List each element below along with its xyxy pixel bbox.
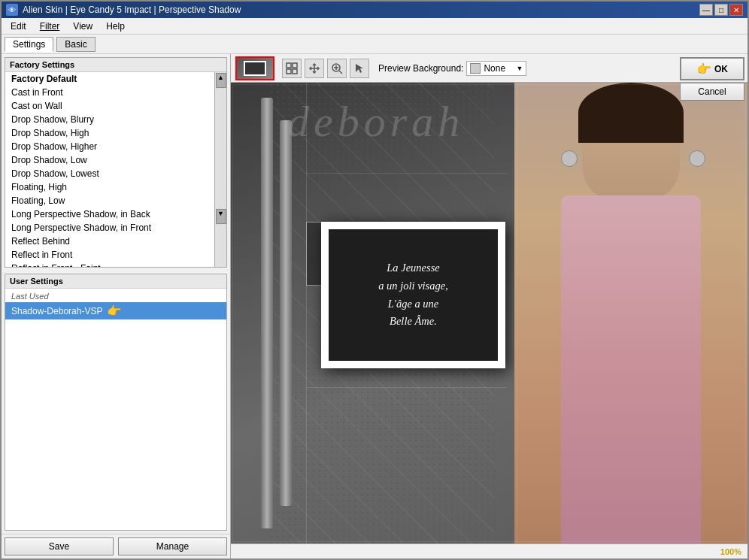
menu-filter[interactable]: Filter	[34, 20, 66, 33]
dress-shape	[561, 195, 701, 543]
title-bar: 👁 Alien Skin | Eye Candy 5 Impact | Pers…	[2, 2, 747, 18]
tab-bar: Settings Basic	[2, 35, 747, 54]
pointer-tool-button[interactable]	[350, 59, 369, 78]
status-bar: 100%	[231, 543, 747, 558]
factory-list-scrollbar[interactable]: ▲ ▼	[214, 72, 226, 267]
factory-settings-section: Factory Settings Factory Default Cast in…	[5, 57, 227, 268]
card-text: La Jeunessea un joli visage,L'âge a uneB…	[374, 255, 453, 336]
tab-basic[interactable]: Basic	[56, 37, 95, 52]
list-item[interactable]: Floating, Low	[5, 194, 214, 207]
menu-edit[interactable]: Edit	[5, 20, 32, 33]
main-content: Factory Settings Factory Default Cast in…	[2, 54, 747, 558]
list-item[interactable]: Drop Shadow, Higher	[5, 140, 214, 153]
user-settings-header: User Settings	[5, 274, 226, 289]
deborah-text: deborah	[287, 96, 464, 147]
user-settings-list: Last Used Shadow-Deborah-VSP 👉	[5, 289, 226, 530]
preview-thumbnail	[235, 56, 274, 80]
woman-figure	[514, 83, 747, 543]
preview-bg-dropdown[interactable]: None ▼	[466, 61, 526, 76]
user-settings-section: User Settings Last Used Shadow-Deborah-V…	[5, 274, 227, 531]
grid-line-h2	[306, 387, 507, 388]
list-item[interactable]: Reflect in Front	[5, 248, 214, 262]
window-controls: — □ ✕	[699, 4, 743, 16]
window-title: Alien Skin | Eye Candy 5 Impact | Perspe…	[23, 5, 241, 15]
list-item[interactable]: Cast on Wall	[5, 99, 214, 113]
factory-settings-header: Factory Settings	[5, 58, 226, 72]
arrow-icon: 👉	[107, 304, 122, 318]
preview-toolbar: Preview Background: None ▼	[231, 54, 747, 83]
list-item[interactable]: Reflect in Front - Faint	[5, 262, 214, 267]
svg-rect-3	[293, 69, 297, 74]
maximize-button[interactable]: □	[714, 4, 728, 16]
list-item[interactable]: Long Perspective Shadow, in Front	[5, 221, 214, 235]
zoom-level: 100%	[720, 547, 741, 556]
list-item[interactable]: Floating, High	[5, 180, 214, 194]
bg-color-swatch	[470, 63, 481, 74]
preview-area: deborah claudia La Jeunessea un joli vis…	[231, 83, 747, 543]
hair-shape	[578, 83, 684, 143]
dropdown-arrow-icon: ▼	[516, 65, 523, 72]
earring-left	[561, 150, 578, 167]
grid-line-2	[517, 83, 517, 543]
app-icon: 👁	[6, 4, 18, 16]
svg-rect-2	[287, 69, 291, 74]
ok-cancel-area: 👉 OK Cancel	[680, 57, 744, 101]
factory-settings-list: Factory Default Cast in Front Cast on Wa…	[5, 72, 214, 267]
grid-line-h1	[306, 173, 507, 174]
user-preset-item[interactable]: Shadow-Deborah-VSP 👉	[5, 302, 226, 319]
cancel-button[interactable]: Cancel	[680, 83, 744, 101]
list-item[interactable]: Drop Shadow, Low	[5, 153, 214, 167]
zoom-fit-button[interactable]	[282, 59, 302, 78]
ok-button[interactable]: 👉 OK	[680, 57, 744, 80]
list-item[interactable]: Long Perspective Shadow, in Back	[5, 207, 214, 221]
svg-line-5	[339, 71, 342, 74]
preview-bg-label: Preview Background:	[378, 63, 463, 74]
bottom-buttons: Save Manage	[2, 534, 230, 558]
pan-tool-button[interactable]	[305, 59, 324, 78]
tab-settings[interactable]: Settings	[5, 37, 53, 52]
hand-icon-ok: 👉	[696, 62, 711, 76]
close-button[interactable]: ✕	[729, 4, 743, 16]
menu-bar: Edit Filter View Help	[2, 18, 747, 35]
svg-rect-0	[287, 63, 291, 68]
selected-preset-label: Shadow-Deborah-VSP	[11, 306, 102, 316]
french-text-card: La Jeunessea un joli visage,L'âge a uneB…	[321, 222, 505, 368]
menu-help[interactable]: Help	[100, 20, 131, 33]
svg-rect-1	[293, 63, 297, 68]
vertical-bar-1	[261, 98, 273, 528]
list-item[interactable]: Reflect Behind	[5, 235, 214, 248]
menu-view[interactable]: View	[67, 20, 99, 33]
last-used-label: Last Used	[5, 290, 226, 302]
list-item[interactable]: Factory Default	[5, 72, 214, 86]
bg-value-label: None	[484, 63, 505, 74]
grid-line-1	[306, 83, 307, 543]
save-button[interactable]: Save	[5, 537, 114, 555]
zoom-in-button[interactable]	[327, 59, 347, 78]
list-item[interactable]: Drop Shadow, High	[5, 126, 214, 140]
minimize-button[interactable]: —	[699, 4, 713, 16]
list-item[interactable]: Drop Shadow, Blurry	[5, 113, 214, 126]
vertical-bar-2	[280, 120, 292, 506]
main-window: 👁 Alien Skin | Eye Candy 5 Impact | Pers…	[0, 0, 749, 560]
list-item[interactable]: Drop Shadow, Lowest	[5, 167, 214, 180]
right-panel: 👉 OK Cancel	[231, 54, 747, 558]
list-item[interactable]: Cast in Front	[5, 86, 214, 99]
left-panel: Factory Settings Factory Default Cast in…	[2, 54, 231, 558]
manage-button[interactable]: Manage	[118, 537, 227, 555]
